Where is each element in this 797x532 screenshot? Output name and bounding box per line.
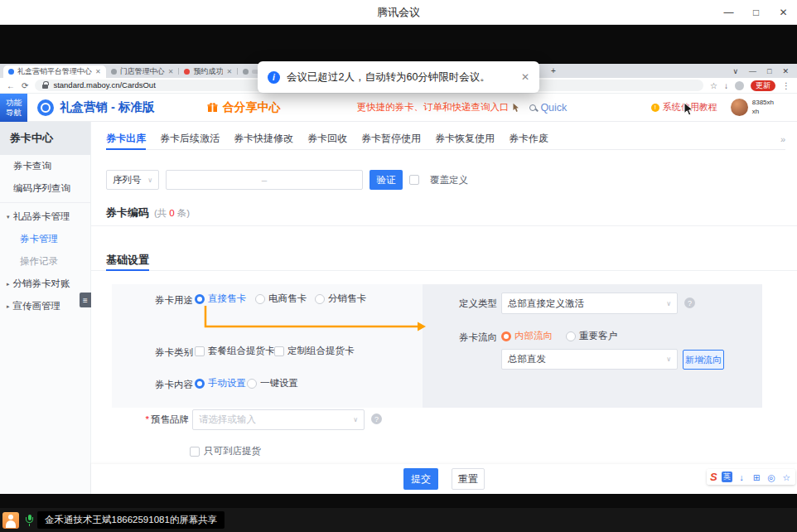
browser-tab[interactable]: 预约成功 ✕ [179,65,237,78]
meeting-toast: i 会议已超过2人，自动转为60分钟限时会议。 ✕ [258,61,539,93]
download-icon[interactable]: ↓ [724,81,728,90]
download-icon[interactable]: ↓ [737,472,747,482]
tab-card-pause[interactable]: 券卡暂停使用 [361,128,421,149]
sidebar-item-code-serial-query[interactable]: 编码序列查询 [0,177,90,200]
radio-one-click-set[interactable]: 一键设置 [247,377,298,389]
bookmark-star-icon[interactable]: ☆ [710,81,717,90]
tab-close-icon[interactable]: ✕ [226,68,232,75]
sidebar-item-card-query[interactable]: 券卡查询 [0,155,90,177]
tab-card-outbound[interactable]: 券卡出库 [106,128,146,150]
radio-internal-flow[interactable]: 内部流向 [501,330,553,342]
app-logo-icon[interactable] [37,99,54,116]
checkbox-custom-pickup-card[interactable]: 定制组合提货卡 [274,345,355,357]
chevron-down-icon: ∨ [147,177,152,184]
tab-card-void[interactable]: 券卡作废 [509,128,548,149]
sidebar-group-promo-material[interactable]: ▸ 宣传画管理 [0,295,90,317]
basic-settings-tab[interactable]: 基础设置 [106,253,149,268]
user-avatar[interactable] [731,99,748,116]
tab-card-recycle[interactable]: 券卡回收 [307,128,347,149]
tab-close-icon[interactable]: ✕ [168,68,174,75]
radio-label: 直接售卡 [208,293,246,305]
info-icon[interactable]: ? [371,414,382,424]
maximize-button[interactable]: □ [742,0,770,25]
sidebar-group-distribution-reconcile[interactable]: ▸ 分销券卡对账 [0,273,90,295]
store-only-checkbox[interactable] [190,447,200,457]
serial-range-input[interactable] [166,170,363,190]
browser-minimize-button[interactable]: — [749,67,756,75]
tutorial-link[interactable]: ! 系统使用教程 [651,101,717,114]
quick-search[interactable]: Quick [529,102,567,114]
override-checkbox[interactable] [409,175,419,185]
sidebar-collapse-handle[interactable]: ≡ [80,293,91,307]
radio-direct-sale[interactable]: 直接售卡 [195,293,246,305]
card-coding-count: (共0条) [154,207,190,220]
tab-card-quick-edit[interactable]: 券卡快捷修改 [234,128,293,149]
radio-ecommerce-sale[interactable]: 电商售卡 [255,293,307,305]
tab-title: 门店管理中心 [120,66,165,77]
sidebar-item-operation-log[interactable]: 操作记录 [0,250,90,273]
toast-close-icon[interactable]: ✕ [521,71,529,83]
profile-avatar[interactable] [735,81,744,90]
tabs-collapse-icon[interactable]: » [780,134,785,144]
tab-card-later-activate[interactable]: 券卡后续激活 [160,128,220,149]
grid-icon[interactable]: ⊞ [751,472,762,482]
tab-favicon [184,69,190,75]
required-star: * [146,414,149,424]
tutorial-label: 系统使用教程 [663,101,717,114]
checkbox-combo-pickup-card[interactable]: 套餐组合提货卡 [195,345,275,357]
workspace: 券卡中心 券卡查询 编码序列查询 ▾ 礼品券卡管理 券卡管理 [0,122,797,494]
sidebar-group-gift-card-mgmt[interactable]: ▾ 礼品券卡管理 [0,206,90,228]
star-icon[interactable]: ☆ [781,472,792,482]
tab-close-icon[interactable]: ✕ [95,68,101,75]
info-icon[interactable]: ? [684,297,695,308]
submit-button[interactable]: 提交 [403,468,438,490]
info-icon: i [268,71,280,84]
reset-button[interactable]: 重置 [452,468,485,490]
back-icon[interactable]: ← [7,81,15,90]
card-coding-header: 券卡编码 (共0条) [106,206,190,220]
browser-update-button[interactable]: 更新 [751,80,775,91]
browser-menu-icon[interactable]: ⋮ [782,81,790,90]
verify-button[interactable]: 验证 [370,170,403,190]
app-header: 功能 导航 礼盒营销 - 标准版 合分享中心 更快捷的券卡、订单和快递查询入口 [0,94,797,122]
nav-toggle-line2: 导航 [6,108,22,118]
tab-card-resume[interactable]: 券卡恢复使用 [435,128,495,149]
browser-maximize-button[interactable]: □ [767,67,771,75]
presale-brand-select[interactable]: 请选择或输入 ∨ [192,409,365,430]
share-center-link[interactable]: 合分享中心 [207,100,280,115]
serial-search-row: 序列号 ∨ 验证 覆盖定义 [106,170,468,190]
function-nav-toggle[interactable]: 功能 导航 [0,94,27,122]
radio-important-customer[interactable]: 重要客户 [566,330,617,342]
widget-logo-icon[interactable]: S [710,471,717,483]
refresh-icon[interactable]: ⟳ [22,81,28,90]
browser-tab[interactable]: 门店管理中心 ✕ [106,65,179,78]
meeting-title: 腾讯会议 [0,0,797,25]
tab-search-icon[interactable]: ∨ [732,67,738,75]
radio-label: 手动设置 [208,377,246,389]
radio-on-icon [195,294,205,304]
user-name-line1: 8385xh [752,99,774,107]
chevron-down-icon: ∨ [666,300,671,307]
define-type-select[interactable]: 总部直接定义激活 ∨ [501,293,678,314]
flow-select[interactable]: 总部直发 ∨ [501,349,678,370]
browser-close-button[interactable]: ✕ [782,67,789,75]
toast-message: 会议已超过2人，自动转为60分钟限时会议。 [287,70,490,85]
target-icon[interactable]: ◎ [766,472,777,482]
add-flow-button[interactable]: 新增流向 [683,350,724,370]
radio-distribution-sale[interactable]: 分销售卡 [315,293,366,305]
divider [91,270,797,271]
shared-screen-stage: 礼盒营销平台管理中心 ✕ 门店管理中心 ✕ 预约成功 ✕ [0,25,797,508]
sidebar-item-card-mgmt[interactable]: 券卡管理 [0,228,90,250]
close-button[interactable]: ✕ [770,0,797,25]
microphone-icon [26,515,33,526]
translate-icon[interactable]: 英 [722,472,732,482]
minimize-button[interactable]: — [715,0,742,25]
new-tab-button[interactable]: + [551,66,556,75]
meeting-bottom-bar: 金禾通技术王斌18662591081的屏幕共享 [0,508,797,532]
radio-manual-set[interactable]: 手动设置 [195,377,246,389]
browser-tab[interactable]: 礼盒营销平台管理中心 ✕ [3,65,106,78]
promo-link[interactable]: 更快捷的券卡、订单和快递查询入口 [356,101,519,114]
serial-select[interactable]: 序列号 ∨ [106,170,159,190]
radio-label: 内部流向 [514,330,553,342]
app-brand-title[interactable]: 礼盒营销 - 标准版 [60,99,154,115]
